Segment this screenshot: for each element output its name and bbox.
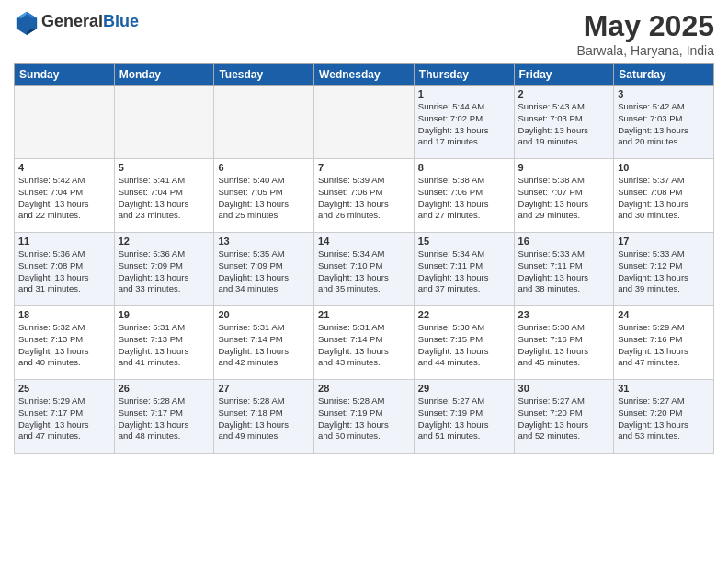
header-cell-wednesday: Wednesday xyxy=(314,64,415,86)
day-info: Sunrise: 5:41 AM Sunset: 7:04 PM Dayligh… xyxy=(119,175,210,222)
day-number: 28 xyxy=(318,383,410,394)
calendar-cell: 6Sunrise: 5:40 AM Sunset: 7:05 PM Daylig… xyxy=(214,159,314,233)
calendar-week-row: 4Sunrise: 5:42 AM Sunset: 7:04 PM Daylig… xyxy=(15,159,714,233)
day-number: 29 xyxy=(418,383,510,394)
calendar-cell: 28Sunrise: 5:28 AM Sunset: 7:19 PM Dayli… xyxy=(314,380,415,454)
calendar-cell: 3Sunrise: 5:42 AM Sunset: 7:03 PM Daylig… xyxy=(614,86,714,159)
day-info: Sunrise: 5:32 AM Sunset: 7:13 PM Dayligh… xyxy=(18,322,110,369)
day-number: 27 xyxy=(218,383,310,394)
day-info: Sunrise: 5:29 AM Sunset: 7:16 PM Dayligh… xyxy=(618,322,710,369)
day-number: 7 xyxy=(318,162,410,173)
day-number: 30 xyxy=(518,383,610,394)
day-number: 3 xyxy=(618,88,710,99)
calendar-page: GeneralBlue May 2025 Barwala, Haryana, I… xyxy=(0,0,728,563)
day-info: Sunrise: 5:43 AM Sunset: 7:03 PM Dayligh… xyxy=(518,101,610,148)
day-number: 20 xyxy=(218,309,310,320)
day-number: 14 xyxy=(318,236,410,247)
logo-icon xyxy=(14,9,40,35)
calendar-cell: 12Sunrise: 5:36 AM Sunset: 7:09 PM Dayli… xyxy=(114,233,214,306)
day-number: 9 xyxy=(518,162,610,173)
day-number: 23 xyxy=(518,309,610,320)
day-number: 5 xyxy=(119,162,210,173)
day-info: Sunrise: 5:36 AM Sunset: 7:09 PM Dayligh… xyxy=(119,248,210,295)
calendar-cell: 30Sunrise: 5:27 AM Sunset: 7:20 PM Dayli… xyxy=(514,380,614,454)
calendar-cell: 4Sunrise: 5:42 AM Sunset: 7:04 PM Daylig… xyxy=(15,159,115,233)
day-info: Sunrise: 5:35 AM Sunset: 7:09 PM Dayligh… xyxy=(218,248,310,295)
day-number: 1 xyxy=(418,88,510,99)
calendar-header-row: SundayMondayTuesdayWednesdayThursdayFrid… xyxy=(15,64,714,86)
logo-text: GeneralBlue xyxy=(41,13,139,31)
day-number: 8 xyxy=(418,162,510,173)
calendar-cell: 22Sunrise: 5:30 AM Sunset: 7:15 PM Dayli… xyxy=(414,306,514,380)
calendar-cell: 7Sunrise: 5:39 AM Sunset: 7:06 PM Daylig… xyxy=(314,159,415,233)
day-info: Sunrise: 5:38 AM Sunset: 7:06 PM Dayligh… xyxy=(418,175,510,222)
calendar-cell: 10Sunrise: 5:37 AM Sunset: 7:08 PM Dayli… xyxy=(614,159,714,233)
header-cell-thursday: Thursday xyxy=(414,64,514,86)
calendar-cell: 21Sunrise: 5:31 AM Sunset: 7:14 PM Dayli… xyxy=(314,306,415,380)
day-number: 24 xyxy=(618,309,710,320)
day-info: Sunrise: 5:28 AM Sunset: 7:17 PM Dayligh… xyxy=(119,396,210,442)
day-number: 18 xyxy=(18,309,110,320)
day-info: Sunrise: 5:31 AM Sunset: 7:13 PM Dayligh… xyxy=(119,322,210,369)
day-info: Sunrise: 5:31 AM Sunset: 7:14 PM Dayligh… xyxy=(318,322,410,369)
calendar-week-row: 25Sunrise: 5:29 AM Sunset: 7:17 PM Dayli… xyxy=(15,380,714,454)
calendar-week-row: 18Sunrise: 5:32 AM Sunset: 7:13 PM Dayli… xyxy=(15,306,714,380)
day-info: Sunrise: 5:44 AM Sunset: 7:02 PM Dayligh… xyxy=(418,101,510,148)
day-info: Sunrise: 5:37 AM Sunset: 7:08 PM Dayligh… xyxy=(618,175,710,222)
day-number: 25 xyxy=(18,383,110,394)
header-cell-sunday: Sunday xyxy=(15,64,115,86)
calendar-cell: 8Sunrise: 5:38 AM Sunset: 7:06 PM Daylig… xyxy=(414,159,514,233)
day-info: Sunrise: 5:42 AM Sunset: 7:03 PM Dayligh… xyxy=(618,101,710,148)
day-number: 19 xyxy=(119,309,210,320)
calendar-week-row: 1Sunrise: 5:44 AM Sunset: 7:02 PM Daylig… xyxy=(15,86,714,159)
day-number: 15 xyxy=(418,236,510,247)
logo-blue: Blue xyxy=(103,12,139,30)
day-info: Sunrise: 5:38 AM Sunset: 7:07 PM Dayligh… xyxy=(518,175,610,222)
day-number: 31 xyxy=(618,383,710,394)
day-info: Sunrise: 5:27 AM Sunset: 7:20 PM Dayligh… xyxy=(518,396,610,442)
day-info: Sunrise: 5:40 AM Sunset: 7:05 PM Dayligh… xyxy=(218,175,310,222)
calendar-cell: 27Sunrise: 5:28 AM Sunset: 7:18 PM Dayli… xyxy=(214,380,314,454)
day-number: 26 xyxy=(119,383,210,394)
calendar-cell: 20Sunrise: 5:31 AM Sunset: 7:14 PM Dayli… xyxy=(214,306,314,380)
day-number: 21 xyxy=(318,309,410,320)
calendar-title: May 2025 xyxy=(577,9,714,43)
calendar-cell: 18Sunrise: 5:32 AM Sunset: 7:13 PM Dayli… xyxy=(15,306,115,380)
calendar-location: Barwala, Haryana, India xyxy=(577,43,714,58)
calendar-cell: 23Sunrise: 5:30 AM Sunset: 7:16 PM Dayli… xyxy=(514,306,614,380)
header-cell-tuesday: Tuesday xyxy=(214,64,314,86)
day-info: Sunrise: 5:30 AM Sunset: 7:16 PM Dayligh… xyxy=(518,322,610,369)
header: GeneralBlue May 2025 Barwala, Haryana, I… xyxy=(14,9,714,58)
day-info: Sunrise: 5:33 AM Sunset: 7:11 PM Dayligh… xyxy=(518,248,610,295)
calendar-cell: 31Sunrise: 5:27 AM Sunset: 7:20 PM Dayli… xyxy=(614,380,714,454)
calendar-cell xyxy=(314,86,415,159)
day-info: Sunrise: 5:29 AM Sunset: 7:17 PM Dayligh… xyxy=(18,396,110,442)
logo: GeneralBlue xyxy=(14,9,139,35)
calendar-cell: 9Sunrise: 5:38 AM Sunset: 7:07 PM Daylig… xyxy=(514,159,614,233)
title-block: May 2025 Barwala, Haryana, India xyxy=(577,9,714,58)
calendar-cell: 16Sunrise: 5:33 AM Sunset: 7:11 PM Dayli… xyxy=(514,233,614,306)
svg-marker-0 xyxy=(17,12,37,35)
day-number: 10 xyxy=(618,162,710,173)
calendar-cell xyxy=(15,86,115,159)
header-cell-friday: Friday xyxy=(514,64,614,86)
day-info: Sunrise: 5:28 AM Sunset: 7:19 PM Dayligh… xyxy=(318,396,410,442)
calendar-cell xyxy=(114,86,214,159)
calendar-cell: 1Sunrise: 5:44 AM Sunset: 7:02 PM Daylig… xyxy=(414,86,514,159)
day-info: Sunrise: 5:36 AM Sunset: 7:08 PM Dayligh… xyxy=(18,248,110,295)
calendar-cell: 2Sunrise: 5:43 AM Sunset: 7:03 PM Daylig… xyxy=(514,86,614,159)
logo-general: General xyxy=(41,12,103,30)
day-number: 12 xyxy=(119,236,210,247)
day-number: 2 xyxy=(518,88,610,99)
header-cell-saturday: Saturday xyxy=(614,64,714,86)
calendar-cell: 13Sunrise: 5:35 AM Sunset: 7:09 PM Dayli… xyxy=(214,233,314,306)
calendar-cell: 5Sunrise: 5:41 AM Sunset: 7:04 PM Daylig… xyxy=(114,159,214,233)
day-info: Sunrise: 5:42 AM Sunset: 7:04 PM Dayligh… xyxy=(18,175,110,222)
day-number: 16 xyxy=(518,236,610,247)
day-info: Sunrise: 5:34 AM Sunset: 7:10 PM Dayligh… xyxy=(318,248,410,295)
day-number: 17 xyxy=(618,236,710,247)
calendar-week-row: 11Sunrise: 5:36 AM Sunset: 7:08 PM Dayli… xyxy=(15,233,714,306)
calendar-cell: 14Sunrise: 5:34 AM Sunset: 7:10 PM Dayli… xyxy=(314,233,415,306)
day-info: Sunrise: 5:30 AM Sunset: 7:15 PM Dayligh… xyxy=(418,322,510,369)
calendar-cell: 17Sunrise: 5:33 AM Sunset: 7:12 PM Dayli… xyxy=(614,233,714,306)
